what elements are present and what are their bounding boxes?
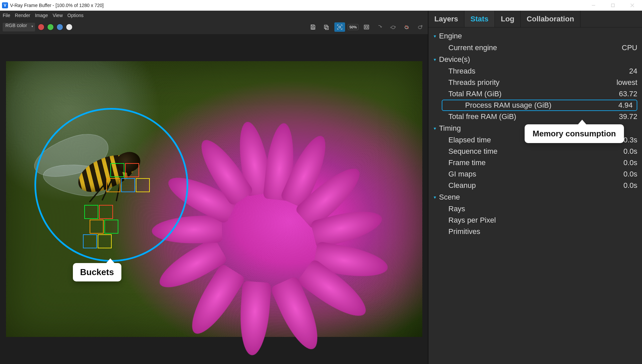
svg-rect-8 xyxy=(364,25,368,29)
channel-dropdown-value: RGB color xyxy=(5,23,27,28)
render-viewport[interactable]: Buckets xyxy=(0,34,428,364)
callout-memory: Memory consumption xyxy=(525,124,624,143)
svg-rect-6 xyxy=(326,26,328,30)
menu-options[interactable]: Options xyxy=(68,13,84,18)
menu-image[interactable]: Image xyxy=(35,13,48,18)
svg-rect-1 xyxy=(612,4,615,7)
channel-mono-button[interactable] xyxy=(66,24,73,30)
render-last-button[interactable] xyxy=(374,22,385,32)
menu-view[interactable]: View xyxy=(52,13,63,18)
zoom-percent-display[interactable]: 50% xyxy=(348,22,358,32)
render-image: Buckets xyxy=(6,61,422,337)
callout-circle xyxy=(34,108,188,262)
section-devices-label: Device(s) xyxy=(439,55,470,64)
side-tabs: Layers Stats Log Collaboration xyxy=(428,11,642,27)
section-devices[interactable]: ▾ Device(s) xyxy=(432,53,637,66)
window-maximize-button[interactable] xyxy=(603,0,623,11)
stat-cleanup: Cleanup 0.0s xyxy=(432,180,637,191)
channel-dropdown[interactable]: RGB color xyxy=(3,23,35,31)
menu-file[interactable]: File xyxy=(3,13,10,18)
window-close-button[interactable] xyxy=(623,0,642,11)
window-title: V-Ray Frame Buffer - [100.0% of 1280 x 7… xyxy=(10,3,104,8)
svg-rect-4 xyxy=(312,27,314,29)
stat-gi-maps: GI maps 0.0s xyxy=(432,168,637,180)
toolbar: RGB color 50% xyxy=(0,20,428,34)
section-timing-label: Timing xyxy=(439,124,461,133)
app-logo-icon: V xyxy=(2,2,8,8)
stat-rays: Rays xyxy=(432,203,637,215)
zoom-percent-label: 50% xyxy=(348,24,358,30)
chevron-down-icon: ▾ xyxy=(432,57,438,62)
interactive-render-button[interactable] xyxy=(415,22,425,32)
stat-rays-per-pixel: Rays per Pixel xyxy=(432,215,637,226)
fit-to-window-button[interactable] xyxy=(361,22,372,32)
save-image-button[interactable] xyxy=(308,22,318,32)
section-engine[interactable]: ▾ Engine xyxy=(432,30,637,42)
section-scene-label: Scene xyxy=(439,193,460,202)
section-engine-label: Engine xyxy=(439,32,462,40)
channel-blue-button[interactable] xyxy=(57,24,63,30)
stats-panel: ▾ Engine Current engine CPU ▾ Device(s) … xyxy=(428,27,642,364)
section-scene[interactable]: ▾ Scene xyxy=(432,191,637,203)
stop-render-button[interactable] xyxy=(401,22,412,32)
callout-memory-label: Memory consumption xyxy=(525,124,624,143)
copy-image-button[interactable] xyxy=(321,22,332,32)
chevron-down-icon: ▾ xyxy=(432,126,438,131)
stat-free-ram: Total free RAM (GiB) 39.72 xyxy=(432,111,637,122)
stat-total-ram: Total RAM (GiB) 63.72 xyxy=(432,88,637,100)
render-teapot-button[interactable] xyxy=(388,22,399,32)
stat-primitives: Primitives xyxy=(432,226,637,237)
svg-rect-7 xyxy=(339,26,341,28)
channel-green-button[interactable] xyxy=(47,24,54,30)
chevron-down-icon: ▾ xyxy=(432,195,438,200)
tab-log[interactable]: Log xyxy=(495,11,521,27)
svg-rect-9 xyxy=(365,26,368,28)
channel-red-button[interactable] xyxy=(38,24,44,30)
window-minimize-button[interactable] xyxy=(584,0,603,11)
svg-point-10 xyxy=(421,25,422,26)
svg-rect-5 xyxy=(324,25,327,28)
stat-sequence-time: Sequence time 0.0s xyxy=(432,146,637,157)
stat-threads: Threads 24 xyxy=(432,66,637,77)
region-render-button[interactable] xyxy=(334,22,345,32)
stat-frame-time: Frame time 0.0s xyxy=(432,157,637,168)
chevron-down-icon: ▾ xyxy=(432,33,438,39)
tab-layers[interactable]: Layers xyxy=(428,11,464,27)
stat-current-engine: Current engine CPU xyxy=(432,42,637,53)
tab-stats[interactable]: Stats xyxy=(464,11,495,27)
tab-collaboration[interactable]: Collaboration xyxy=(521,11,580,27)
window-titlebar: V V-Ray Frame Buffer - [100.0% of 1280 x… xyxy=(0,0,642,11)
stat-threads-priority: Threads priority lowest xyxy=(432,77,637,88)
menubar: File Render Image View Options xyxy=(0,11,428,20)
menu-render[interactable]: Render xyxy=(15,13,30,18)
stat-process-ram: Process RAM usage (GiB) 4.94 xyxy=(442,100,637,111)
callout-buckets-label: Buckets xyxy=(73,263,121,281)
